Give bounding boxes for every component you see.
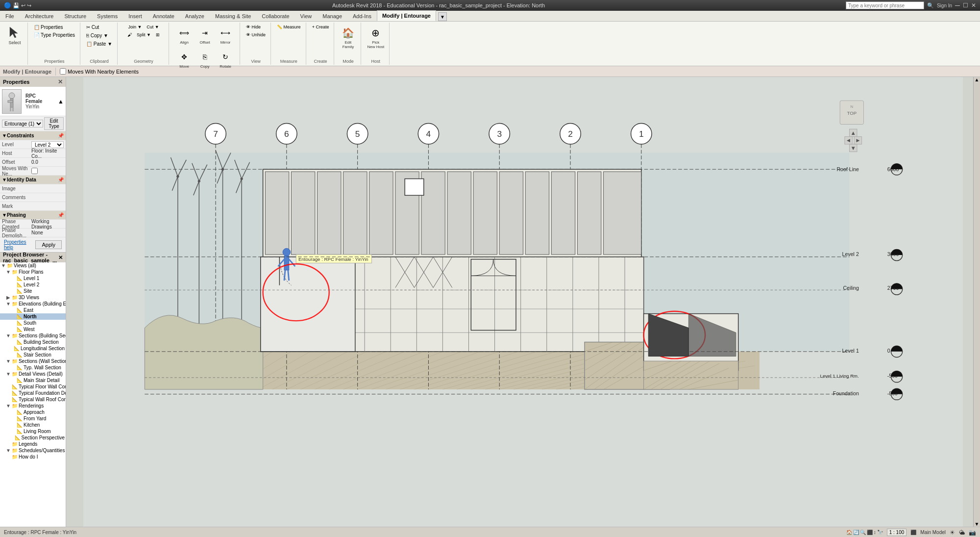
tree-item[interactable]: 📐From Yard — [0, 415, 66, 422]
join-geometry-btn[interactable]: Join ▼ — [126, 24, 144, 30]
tree-item[interactable]: 📐East — [0, 307, 66, 313]
constraints-pin[interactable]: 📌 — [58, 133, 64, 138]
tree-item[interactable]: ▼📁Sections (Building Section) — [0, 332, 66, 339]
tree-item[interactable]: 📁How do I — [0, 454, 66, 460]
moves-with-checkbox-label[interactable]: Moves With Nearby Elements — [60, 68, 139, 75]
detail-level-icon[interactable]: ⬛ — [910, 530, 916, 535]
tree-expand-icon[interactable]: ▶ — [6, 295, 11, 300]
tree-item[interactable]: ▼📁Detail Views (Detail) — [0, 371, 66, 377]
cloud-icon[interactable]: 🌥 — [959, 529, 965, 536]
constraints-expand[interactable]: ▼ — [2, 133, 7, 138]
tree-item[interactable]: 📐Section Perspective — [0, 435, 66, 441]
tree-item[interactable]: 📐South — [0, 320, 66, 326]
moves-with-checkbox[interactable] — [60, 68, 66, 75]
tree-expand-icon[interactable]: ▼ — [6, 371, 11, 377]
tab-file[interactable]: File — [0, 10, 20, 21]
search-icon[interactable]: 🔍 — [927, 2, 934, 9]
paint-btn[interactable]: 🖌 — [125, 31, 134, 38]
mirror-pick-btn[interactable]: ⟷ Mirror — [216, 24, 235, 47]
tree-item[interactable]: ▼📁Elevations (Building Elevation — [0, 301, 66, 307]
tree-expand-icon[interactable]: ▼ — [6, 403, 11, 409]
tab-insert[interactable]: Insert — [123, 10, 147, 21]
move-btn[interactable]: ✥ Move — [174, 48, 194, 71]
canvas-area[interactable]: 7 6 5 4 3 2 1 — [66, 77, 980, 527]
undo-icon[interactable]: ↩ — [21, 2, 25, 9]
tree-item[interactable]: 📐North — [0, 313, 66, 320]
edit-type-button[interactable]: Edit Type — [44, 117, 64, 130]
copy-btn[interactable]: ⎘ Copy ▼ — [84, 32, 114, 39]
tree-item[interactable]: 📐Longitudinal Section — [0, 345, 66, 352]
close-btn[interactable]: ✕ — [971, 2, 976, 9]
tree-expand-icon[interactable]: ▼ — [1, 263, 6, 268]
tree-item[interactable]: ▼📁Renderings — [0, 403, 66, 409]
properties-close-btn[interactable]: ✕ — [58, 78, 63, 85]
tab-massing[interactable]: Massing & Site — [210, 10, 256, 21]
nav-icon-5[interactable]: ↕ — [874, 530, 876, 535]
phasing-expand[interactable]: ▼ — [2, 212, 7, 218]
tree-item[interactable]: ▼📁Views (all) — [0, 262, 66, 269]
scale-button[interactable]: 1 : 100 — [887, 529, 907, 536]
tree-item[interactable]: ▼📁Floor Plans — [0, 269, 66, 275]
tree-item[interactable]: 📐Level 2 — [0, 281, 66, 288]
tab-view[interactable]: View — [295, 10, 318, 21]
identity-expand[interactable]: ▼ — [2, 177, 7, 182]
create-similar-btn[interactable]: + Create — [310, 24, 331, 30]
tree-item[interactable]: 📐Stair Section — [0, 352, 66, 358]
tree-item[interactable]: 📐Typical Wall Roof Connec... — [0, 396, 66, 403]
level-dropdown[interactable]: Level 2 — [31, 141, 64, 148]
maximize-btn[interactable]: ☐ — [963, 2, 968, 9]
sun-icon[interactable]: ☀ — [950, 529, 955, 536]
properties-help-link[interactable]: Properties help — [2, 238, 33, 251]
type-properties-btn[interactable]: 📄 Type Properties — [32, 31, 77, 39]
unhide-btn[interactable]: 👁 Unhide — [244, 31, 268, 38]
nav-icon-3[interactable]: 🔍 — [860, 530, 866, 535]
tree-item[interactable]: 📐Typical Floor Wall Connec... — [0, 384, 66, 390]
properties-ribbon-btn[interactable]: 📋 Properties — [32, 24, 77, 31]
wall-joins-btn[interactable]: ⊞ — [154, 31, 162, 38]
tab-manage[interactable]: Manage — [317, 10, 347, 21]
tab-systems[interactable]: Systems — [92, 10, 123, 21]
tab-structure[interactable]: Structure — [59, 10, 92, 21]
tab-extra[interactable]: ▼ — [438, 12, 447, 21]
identity-pin[interactable]: 📌 — [58, 177, 64, 182]
entourage-dropdown[interactable]: Entourage (1) — [2, 120, 43, 128]
tree-item[interactable]: 📐Building Section — [0, 339, 66, 345]
tree-expand-icon[interactable]: ▼ — [6, 269, 11, 275]
tree-item[interactable]: ▼📁Schedules/Quantities — [0, 447, 66, 454]
scroll-up-btn[interactable]: ▲ — [58, 98, 64, 105]
tree-item[interactable]: 📐Level 1 — [0, 275, 66, 281]
minimize-btn[interactable]: ─ — [955, 1, 960, 9]
tree-item[interactable]: ▶📁3D Views — [0, 294, 66, 301]
align-btn[interactable]: ⟺ Align — [174, 24, 194, 47]
search-input[interactable] — [846, 1, 924, 9]
measure-btn[interactable]: 📏 Measure — [275, 24, 303, 30]
moves-with-prop-checkbox[interactable] — [31, 168, 38, 174]
rotate-btn[interactable]: ↻ Rotate — [216, 48, 235, 71]
paste-btn[interactable]: 📋 Paste ▼ — [84, 40, 114, 48]
right-scroll[interactable]: ▲ ▼ — [973, 77, 980, 527]
tree-expand-icon[interactable]: ▼ — [6, 301, 11, 307]
select-button[interactable]: Select — [5, 24, 24, 47]
redo-icon[interactable]: ↪ — [27, 2, 31, 9]
pb-close-btn[interactable]: ✕ — [58, 255, 63, 261]
edit-family-btn[interactable]: 🏠 EditFamily — [338, 24, 358, 51]
tree-expand-icon[interactable]: ▼ — [6, 333, 11, 338]
nav-icon-6[interactable]: 🔭 — [877, 530, 883, 535]
tree-item[interactable]: 📁Legends — [0, 441, 66, 447]
tree-item[interactable]: 📐Site — [0, 288, 66, 294]
nav-icon-4[interactable]: ⬛ — [867, 530, 873, 535]
split-btn[interactable]: Split ▼ — [135, 31, 153, 38]
tree-expand-icon[interactable]: ▼ — [6, 448, 11, 453]
save-icon[interactable]: 💾 — [13, 2, 20, 9]
copy-mod-btn[interactable]: ⎘ Copy — [195, 48, 215, 71]
hide-elements-btn[interactable]: 👁 Hide — [244, 24, 268, 30]
tree-item[interactable]: 📐Kitchen — [0, 422, 66, 428]
tab-addins[interactable]: Add-Ins — [347, 10, 377, 21]
tab-architecture[interactable]: Architecture — [20, 10, 59, 21]
tab-collaborate[interactable]: Collaborate — [256, 10, 294, 21]
tree-item[interactable]: 📐Typical Foundation Detai... — [0, 390, 66, 396]
cut-btn[interactable]: ✂ Cut — [84, 24, 114, 31]
pick-new-host-btn[interactable]: ⊕ PickNew Host — [365, 24, 386, 51]
tree-item[interactable]: 📐Typ. Wall Section — [0, 364, 66, 371]
tree-item[interactable]: 📐Living Room — [0, 428, 66, 435]
